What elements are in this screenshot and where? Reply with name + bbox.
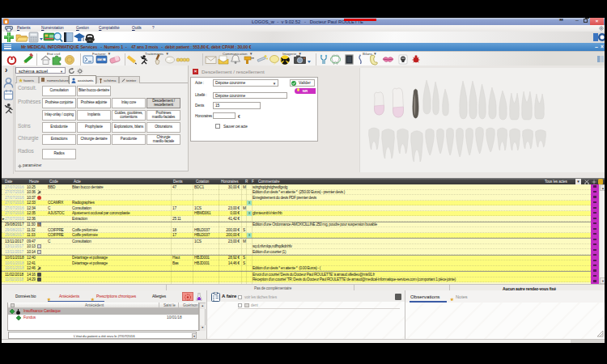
svg-text:VITAL: VITAL (98, 58, 104, 61)
